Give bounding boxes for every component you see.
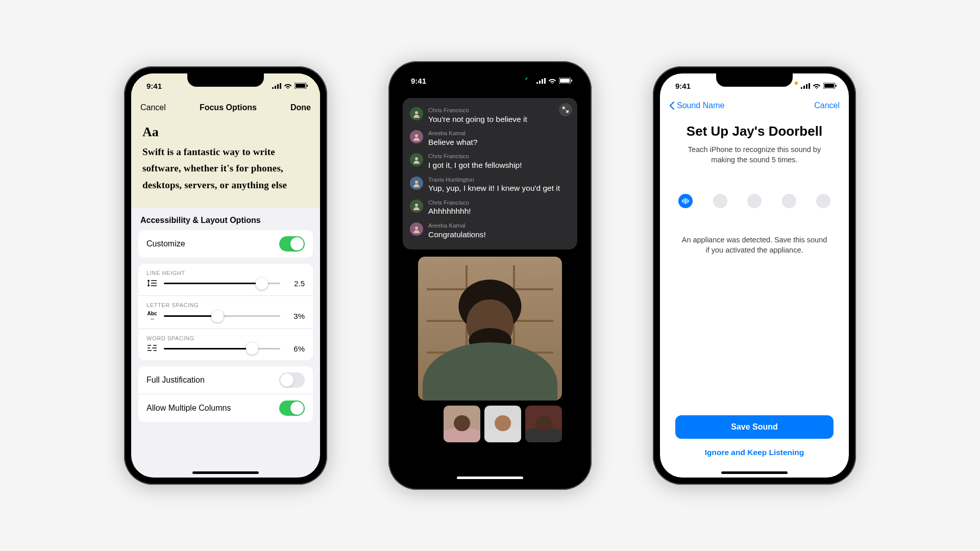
ignore-link[interactable]: Ignore and Keep Listening (674, 448, 835, 457)
customize-toggle[interactable] (279, 236, 305, 252)
caption-text: Believe what? (428, 137, 478, 147)
detection-message: An appliance was detected. Save this sou… (674, 235, 835, 256)
caption-speaker: Chris Francisco (428, 107, 527, 114)
customize-card: Customize (138, 230, 313, 258)
minimize-icon (562, 107, 569, 113)
svg-rect-14 (836, 85, 837, 87)
page-subtitle: Teach iPhone to recognize this sound by … (674, 144, 835, 165)
caption-speaker: Travis Huntington (428, 177, 560, 184)
caption-row: Areeba KamalBelieve what? (410, 127, 570, 150)
svg-rect-5 (571, 80, 572, 82)
page-title: Set Up Jay's Doorbell (674, 123, 835, 139)
wifi-icon (813, 83, 821, 89)
back-button[interactable]: Sound Name (669, 101, 724, 110)
svg-point-11 (415, 227, 418, 230)
participant-thumbnail[interactable] (525, 406, 562, 442)
cellular-icon (801, 83, 810, 89)
justification-card: Full Justification Allow Multiple Column… (138, 366, 313, 422)
participant-thumbnail[interactable] (484, 406, 521, 442)
letter-spacing-icon: Abc↔ (146, 311, 158, 321)
caption-text: I got it, I got the fellowship! (428, 160, 522, 170)
word-spacing-heading: WORD SPACING (138, 329, 313, 341)
live-captions-panel[interactable]: Chris FranciscoYou're not going to belie… (403, 98, 577, 249)
progress-dot (816, 194, 830, 208)
phone-facetime: 9:41 Chris FranciscoYou're not going to … (388, 61, 592, 490)
home-indicator[interactable] (192, 471, 259, 474)
caption-speaker: Chris Francisco (428, 153, 522, 160)
sliders-card: LINE HEIGHT 2.5 LETTER SPACING Abc↔ 3% (138, 264, 313, 360)
svg-rect-13 (824, 84, 834, 88)
home-indicator[interactable] (457, 477, 523, 479)
caption-speaker: Areeba Kamal (428, 130, 478, 137)
font-sample-icon: Aa (142, 124, 309, 140)
notch (187, 73, 264, 87)
battery-icon (823, 83, 837, 89)
cellular-icon (272, 83, 281, 89)
minimize-button[interactable] (559, 103, 572, 116)
caption-text: Congratulations! (428, 230, 486, 239)
avatar (410, 199, 423, 213)
cancel-button[interactable]: Cancel (140, 103, 166, 112)
avatar (410, 107, 423, 120)
progress-dots (678, 194, 830, 208)
svg-point-10 (415, 204, 418, 207)
avatar (410, 130, 423, 143)
caption-text: Yup, yup, I knew it! I knew you'd get it (428, 183, 560, 193)
status-time: 9:41 (411, 77, 426, 85)
caption-text: You're not going to believe it (428, 114, 527, 124)
phone-sound-recognition: 9:41 Sound Name Cancel Set Up Jay's Door… (653, 66, 856, 485)
customize-label: Customize (146, 239, 185, 248)
caption-text: Ahhhhhhhh! (428, 206, 471, 216)
full-justification-label: Full Justification (146, 375, 205, 385)
battery-icon (295, 83, 308, 89)
progress-dot (747, 194, 762, 208)
caption-row: Chris FranciscoYou're not going to belie… (410, 104, 570, 127)
section-title: Accessibility & Layout Options (131, 208, 320, 230)
participant-thumbnails (418, 406, 562, 442)
word-spacing-icon (146, 344, 158, 353)
wifi-icon (548, 78, 556, 84)
battery-icon (559, 78, 572, 84)
caption-row: Areeba KamalCongratulations! (410, 219, 570, 242)
svg-rect-4 (560, 79, 570, 83)
line-height-slider[interactable] (164, 283, 280, 284)
sample-passage: Swift is a fantastic way to write softwa… (142, 144, 309, 193)
modal-nav: Cancel Focus Options Done (131, 98, 320, 118)
word-spacing-slider[interactable] (164, 348, 280, 349)
caption-row: Travis HuntingtonYup, yup, I knew it! I … (410, 173, 570, 196)
notch (452, 68, 528, 82)
cellular-icon (536, 78, 546, 84)
progress-dot-complete (678, 194, 693, 208)
chevron-left-icon (669, 101, 675, 110)
full-justification-toggle[interactable] (279, 372, 305, 388)
reader-preview: Aa Swift is a fantastic way to write sof… (131, 118, 320, 208)
notch (716, 73, 793, 87)
progress-dot (782, 194, 796, 208)
caption-row: Chris FranciscoAhhhhhhhh! (410, 196, 570, 219)
letter-spacing-slider[interactable] (164, 315, 280, 317)
svg-point-8 (415, 157, 418, 160)
waveform-icon (682, 198, 689, 204)
home-indicator[interactable] (721, 471, 788, 474)
save-sound-button[interactable]: Save Sound (675, 415, 834, 439)
caption-speaker: Areeba Kamal (428, 222, 486, 230)
svg-point-7 (415, 134, 418, 137)
svg-rect-1 (296, 84, 305, 88)
letter-spacing-heading: LETTER SPACING (138, 295, 313, 308)
svg-point-9 (415, 181, 418, 184)
facetime-main-tile[interactable] (418, 257, 562, 400)
avatar (410, 153, 423, 166)
svg-point-6 (415, 111, 418, 114)
status-time: 9:41 (146, 82, 162, 90)
modal-title: Focus Options (200, 103, 257, 112)
multiple-columns-label: Allow Multiple Columns (146, 404, 231, 413)
cancel-button[interactable]: Cancel (814, 101, 840, 110)
avatar (410, 222, 423, 236)
svg-rect-2 (307, 85, 308, 87)
caption-speaker: Chris Francisco (428, 199, 471, 207)
line-height-heading: LINE HEIGHT (138, 264, 313, 276)
back-label: Sound Name (677, 101, 724, 110)
multiple-columns-toggle[interactable] (279, 400, 305, 416)
participant-thumbnail[interactable] (444, 406, 480, 442)
done-button[interactable]: Done (290, 103, 311, 112)
